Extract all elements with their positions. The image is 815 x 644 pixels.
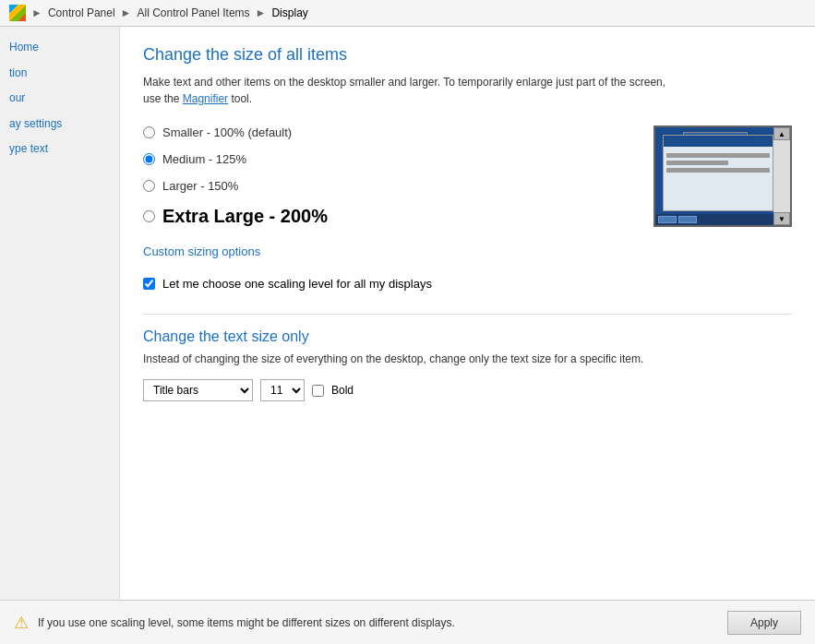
sidebar-item-home[interactable]: Home bbox=[9, 41, 110, 55]
scaling-checkbox-label: Let me choose one scaling level for all … bbox=[162, 277, 432, 291]
radio-smaller-label: Smaller - 100% (default) bbox=[162, 125, 292, 139]
radio-smaller-input[interactable] bbox=[143, 126, 155, 138]
radio-options-list: Smaller - 100% (default) Medium - 125% L… bbox=[143, 125, 626, 258]
section-separator bbox=[143, 314, 792, 315]
text-size-title: Change the text size only bbox=[143, 328, 792, 345]
bold-checkbox[interactable] bbox=[312, 385, 324, 397]
radio-smaller[interactable]: Smaller - 100% (default) bbox=[143, 125, 626, 139]
radio-medium-input[interactable] bbox=[143, 153, 155, 165]
text-item-dropdown[interactable]: Title bars Menus Message boxes Palette t… bbox=[143, 379, 253, 401]
breadcrumb-control-panel[interactable]: Control Panel bbox=[48, 6, 115, 19]
scaling-checkbox[interactable] bbox=[143, 278, 155, 290]
radio-medium-label: Medium - 125% bbox=[162, 152, 246, 166]
preview-content bbox=[664, 150, 773, 175]
preview-scrollbar: ▲ ▼ bbox=[773, 127, 790, 225]
radio-larger-input[interactable] bbox=[143, 180, 155, 192]
sidebar-item-resolution[interactable]: tion bbox=[9, 66, 110, 81]
warning-bar: ⚠ If you use one scaling level, some ite… bbox=[0, 600, 815, 644]
sidebar-item-cleartype[interactable]: ype text bbox=[9, 142, 110, 157]
windows-logo-icon bbox=[9, 5, 26, 21]
radio-larger-label: Larger - 150% bbox=[162, 179, 238, 193]
magnifier-link[interactable]: Magnifier bbox=[183, 92, 228, 105]
preview-main-window bbox=[663, 135, 773, 211]
page-title: Change the size of all items bbox=[143, 45, 792, 65]
size-options-area: Smaller - 100% (default) Medium - 125% L… bbox=[143, 125, 792, 258]
warning-text: If you use one scaling level, some items… bbox=[38, 616, 718, 629]
address-bar: ► Control Panel ► All Control Panel Item… bbox=[0, 0, 815, 27]
radio-medium[interactable]: Medium - 125% bbox=[143, 152, 626, 166]
radio-extralarge-label: Extra Large - 200% bbox=[162, 206, 328, 227]
breadcrumb-current: Display bbox=[271, 6, 307, 19]
sidebar-item-display-settings[interactable]: ay settings bbox=[9, 117, 110, 132]
radio-extralarge[interactable]: Extra Large - 200% bbox=[143, 206, 626, 227]
apply-button[interactable]: Apply bbox=[727, 611, 801, 635]
preview-titlebar bbox=[664, 136, 773, 147]
checkbox-area[interactable]: Let me choose one scaling level for all … bbox=[143, 277, 792, 291]
warning-icon: ⚠ bbox=[14, 613, 29, 633]
text-size-controls: Title bars Menus Message boxes Palette t… bbox=[143, 379, 792, 401]
font-size-dropdown[interactable]: 678910 1112141618 bbox=[260, 379, 305, 401]
radio-larger[interactable]: Larger - 150% bbox=[143, 179, 626, 193]
breadcrumb-all-items[interactable]: All Control Panel Items bbox=[138, 6, 250, 19]
sidebar: Home tion our ay settings ype text bbox=[0, 27, 120, 643]
main-content: Change the size of all items Make text a… bbox=[120, 27, 815, 643]
preview-image: ▲ ▼ bbox=[653, 125, 792, 227]
text-size-description: Instead of changing the size of everythi… bbox=[143, 352, 792, 365]
main-layout: Home tion our ay settings ype text Chang… bbox=[0, 27, 815, 643]
sidebar-item-colour[interactable]: our bbox=[9, 91, 110, 106]
radio-extralarge-input[interactable] bbox=[143, 210, 155, 222]
description-text: Make text and other items on the desktop… bbox=[143, 74, 792, 107]
preview-taskbar bbox=[655, 214, 773, 225]
bold-label: Bold bbox=[331, 384, 354, 397]
custom-sizing-link[interactable]: Custom sizing options bbox=[143, 244, 260, 258]
